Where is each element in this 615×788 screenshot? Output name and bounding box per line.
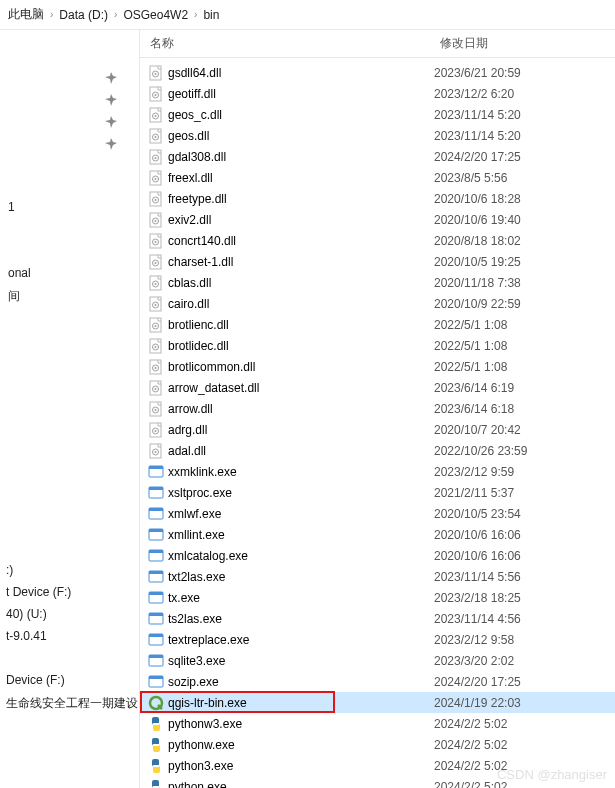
file-row[interactable]: python3.exe2024/2/2 5:02 (140, 755, 615, 776)
dll-file-icon (146, 233, 166, 249)
pin-icon (105, 116, 117, 128)
file-row[interactable]: geotiff.dll2023/12/2 6:20 (140, 83, 615, 104)
exe-file-icon (146, 464, 166, 480)
svg-point-47 (155, 388, 157, 390)
file-row[interactable]: brotlidec.dll2022/5/1 1:08 (140, 335, 615, 356)
file-row[interactable]: brotlienc.dll2022/5/1 1:08 (140, 314, 615, 335)
file-row[interactable]: adrg.dll2020/10/7 20:42 (140, 419, 615, 440)
svg-point-5 (155, 94, 157, 96)
pinned-item[interactable] (0, 114, 139, 136)
file-row[interactable]: gsdll64.dll2023/6/21 20:59 (140, 62, 615, 83)
svg-point-32 (155, 283, 157, 285)
svg-point-41 (155, 346, 157, 348)
pinned-item[interactable] (0, 70, 139, 92)
nav-item[interactable]: :) (0, 559, 139, 581)
pinned-item[interactable] (0, 92, 139, 114)
file-row[interactable]: adal.dll2022/10/26 23:59 (140, 440, 615, 461)
file-row[interactable]: freetype.dll2020/10/6 18:28 (140, 188, 615, 209)
file-row[interactable]: xmlwf.exe2020/10/5 23:54 (140, 503, 615, 524)
file-name: arrow.dll (166, 402, 434, 416)
file-row[interactable]: xmlcatalog.exe2020/10/6 16:06 (140, 545, 615, 566)
dll-file-icon (146, 170, 166, 186)
file-name: geos_c.dll (166, 108, 434, 122)
file-name: xxmklink.exe (166, 465, 434, 479)
file-name: gdal308.dll (166, 150, 434, 164)
exe-file-icon (146, 611, 166, 627)
file-row[interactable]: exiv2.dll2020/10/6 19:40 (140, 209, 615, 230)
nav-item[interactable]: t-9.0.41 (0, 625, 139, 647)
chevron-right-icon: › (194, 9, 197, 20)
file-date: 2024/2/2 5:02 (434, 717, 615, 731)
nav-item[interactable]: onal (0, 262, 139, 284)
file-row[interactable]: cairo.dll2020/10/9 22:59 (140, 293, 615, 314)
pinned-item[interactable] (0, 136, 139, 158)
file-row[interactable]: pythonw.exe2024/2/2 5:02 (140, 734, 615, 755)
file-name: adrg.dll (166, 423, 434, 437)
file-row[interactable]: txt2las.exe2023/11/14 5:56 (140, 566, 615, 587)
file-row[interactable]: gdal308.dll2024/2/20 17:25 (140, 146, 615, 167)
file-date: 2024/2/2 5:02 (434, 738, 615, 752)
file-row[interactable]: charset-1.dll2020/10/5 19:25 (140, 251, 615, 272)
dll-file-icon (146, 191, 166, 207)
py-file-icon (146, 779, 166, 789)
dll-file-icon (146, 149, 166, 165)
file-date: 2022/5/1 1:08 (434, 339, 615, 353)
file-row[interactable]: qgis-ltr-bin.exe2024/1/19 22:03 (140, 692, 615, 713)
chevron-right-icon: › (114, 9, 117, 20)
dll-file-icon (146, 86, 166, 102)
breadcrumb-item[interactable]: Data (D:) (59, 8, 108, 22)
svg-rect-60 (149, 487, 163, 490)
file-row[interactable]: python.exe2024/2/2 5:02 (140, 776, 615, 788)
file-row[interactable]: sqlite3.exe2023/3/20 2:02 (140, 650, 615, 671)
file-row[interactable]: sozip.exe2024/2/20 17:25 (140, 671, 615, 692)
file-date: 2022/5/1 1:08 (434, 318, 615, 332)
file-row[interactable]: cblas.dll2020/11/18 7:38 (140, 272, 615, 293)
pin-icon (105, 72, 117, 84)
file-row[interactable]: xmllint.exe2020/10/6 16:06 (140, 524, 615, 545)
breadcrumb-item[interactable]: bin (203, 8, 219, 22)
nav-item[interactable]: t Device (F:) (0, 581, 139, 603)
file-name: ts2las.exe (166, 612, 434, 626)
file-row[interactable]: tx.exe2023/2/18 18:25 (140, 587, 615, 608)
file-name: cblas.dll (166, 276, 434, 290)
file-date: 2020/8/18 18:02 (434, 234, 615, 248)
file-row[interactable]: geos_c.dll2023/11/14 5:20 (140, 104, 615, 125)
file-date: 2023/11/14 5:20 (434, 129, 615, 143)
breadcrumb[interactable]: 此电脑 › Data (D:) › OSGeo4W2 › bin (0, 0, 615, 30)
file-row[interactable]: ts2las.exe2023/11/14 4:56 (140, 608, 615, 629)
svg-point-26 (155, 241, 157, 243)
breadcrumb-item[interactable]: OSGeo4W2 (123, 8, 188, 22)
column-header-date[interactable]: 修改日期 (440, 35, 615, 52)
nav-item[interactable]: 间 (0, 284, 139, 309)
svg-rect-64 (149, 529, 163, 532)
nav-item[interactable]: 生命线安全工程一期建设 (0, 691, 139, 716)
svg-rect-70 (149, 592, 163, 595)
file-row[interactable]: textreplace.exe2023/2/12 9:58 (140, 629, 615, 650)
file-date: 2024/2/20 17:25 (434, 150, 615, 164)
file-date: 2020/10/9 22:59 (434, 297, 615, 311)
navigation-pane[interactable]: 1 onal 间 :) t Device (F:) 40) (U:) t-9.0… (0, 30, 140, 788)
file-row[interactable]: concrt140.dll2020/8/18 18:02 (140, 230, 615, 251)
file-date: 2023/2/18 18:25 (434, 591, 615, 605)
nav-item[interactable]: 1 (0, 196, 139, 218)
nav-item[interactable]: 40) (U:) (0, 603, 139, 625)
column-header-row[interactable]: 名称 修改日期 (140, 30, 615, 58)
file-row[interactable]: xsltproc.exe2021/2/11 5:37 (140, 482, 615, 503)
file-row[interactable]: arrow_dataset.dll2023/6/14 6:19 (140, 377, 615, 398)
file-row[interactable]: freexl.dll2023/8/5 5:56 (140, 167, 615, 188)
file-row[interactable]: brotlicommon.dll2022/5/1 1:08 (140, 356, 615, 377)
file-list[interactable]: gsdll64.dll2023/6/21 20:59geotiff.dll202… (140, 58, 615, 788)
nav-item[interactable]: Device (F:) (0, 669, 139, 691)
file-row[interactable]: arrow.dll2023/6/14 6:18 (140, 398, 615, 419)
svg-point-35 (155, 304, 157, 306)
file-row[interactable]: geos.dll2023/11/14 5:20 (140, 125, 615, 146)
breadcrumb-item[interactable]: 此电脑 (8, 6, 44, 23)
column-header-name[interactable]: 名称 (150, 35, 440, 52)
file-row[interactable]: pythonw3.exe2024/2/2 5:02 (140, 713, 615, 734)
exe-file-icon (146, 506, 166, 522)
exe-file-icon (146, 590, 166, 606)
exe-file-icon (146, 548, 166, 564)
dll-file-icon (146, 275, 166, 291)
dll-file-icon (146, 254, 166, 270)
file-row[interactable]: xxmklink.exe2023/2/12 9:59 (140, 461, 615, 482)
